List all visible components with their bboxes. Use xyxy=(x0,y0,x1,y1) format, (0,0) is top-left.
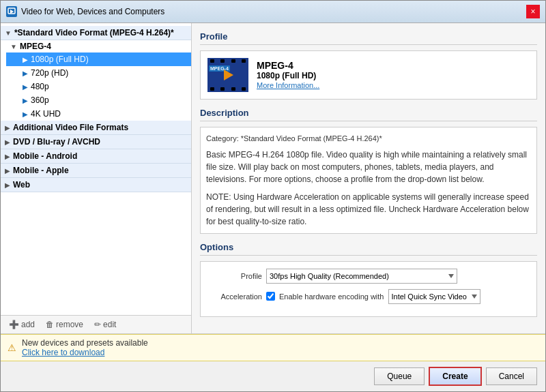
close-button[interactable]: × xyxy=(526,5,540,18)
profile-info: MPEG-4 1080p (Full HD) More Information.… xyxy=(257,60,319,90)
item-4k-label: 4K UHD xyxy=(31,109,61,119)
item-480p[interactable]: ▶ 480p xyxy=(6,80,191,93)
group-dvd-label: DVD / Blu-ray / AVCHD xyxy=(13,137,100,147)
chevron-down-icon: ▼ xyxy=(5,29,12,37)
bottom-bar: ⚠ New devices and presets available Clic… xyxy=(1,333,545,391)
group-additional-label: Additional Video File Formats xyxy=(13,123,128,132)
notification-message: New devices and presets available xyxy=(22,338,148,348)
profile-thumbnail: MPEG-4 xyxy=(207,58,248,92)
film-hole xyxy=(242,59,246,63)
queue-button[interactable]: Queue xyxy=(374,367,425,385)
film-holes-top xyxy=(207,58,248,64)
item-360p[interactable]: ▶ 360p xyxy=(6,93,191,107)
group-standard-label: *Standard Video Format (MPEG-4 H.264)* xyxy=(14,28,174,37)
subgroup-mpeg4-label: MPEG-4 xyxy=(20,42,51,51)
chevron-right-icon: ▶ xyxy=(5,153,10,160)
film-bg: MPEG-4 xyxy=(207,58,248,92)
item-4k[interactable]: ▶ 4K UHD xyxy=(6,107,191,121)
profile-sub: 1080p (Full HD) xyxy=(257,71,319,80)
title-bar: Video for Web, Devices and Computers × xyxy=(1,1,545,23)
group-web-header[interactable]: ▶ Web xyxy=(1,178,191,192)
edit-label: edit xyxy=(103,320,116,329)
film-hole xyxy=(220,87,225,91)
add-icon: ➕ xyxy=(9,320,19,329)
left-toolbar: ➕ add 🗑 remove ✏ edit xyxy=(1,315,191,333)
film-content: MPEG-4 xyxy=(207,64,248,86)
acceleration-checkbox[interactable] xyxy=(266,292,275,301)
profile-section-title: Profile xyxy=(200,31,537,45)
group-android-label: Mobile - Android xyxy=(13,151,77,161)
group-dvd-header[interactable]: ▶ DVD / Blu-ray / AVCHD xyxy=(1,135,191,149)
profile-more-link[interactable]: More Information... xyxy=(257,81,319,89)
group-standard-header[interactable]: ▼ *Standard Video Format (MPEG-4 H.264)* xyxy=(1,26,191,40)
remove-icon: 🗑 xyxy=(46,320,54,329)
create-button[interactable]: Create xyxy=(429,367,481,386)
app-icon xyxy=(6,6,17,17)
acceleration-text: Enable hardware encoding with xyxy=(279,292,384,301)
item-720p[interactable]: ▶ 720p (HD) xyxy=(6,66,191,80)
video-icon: ▶ xyxy=(23,56,28,63)
acceleration-option-label: Acceleration xyxy=(207,292,262,301)
group-web: ▶ Web xyxy=(1,178,191,192)
options-section-title: Options xyxy=(200,242,537,256)
chevron-right-icon: ▶ xyxy=(5,167,10,175)
notification-text: New devices and presets available Click … xyxy=(22,338,148,357)
description-body2: NOTE: Using Hardware Acceleration on app… xyxy=(206,191,531,228)
description-box: Category: *Standard Video Format (MPEG-4… xyxy=(200,127,537,234)
svg-marker-1 xyxy=(10,10,14,14)
acceleration-select[interactable]: Intel Quick Sync Video NVIDIA NVENC AMD … xyxy=(388,289,480,304)
group-additional-header[interactable]: ▶ Additional Video File Formats xyxy=(1,121,191,135)
notification-bar: ⚠ New devices and presets available Clic… xyxy=(1,334,545,361)
profile-option-row: Profile 30fps High Quality (Recommended)… xyxy=(207,269,530,284)
action-bar: Queue Create Cancel xyxy=(1,361,545,391)
edit-button[interactable]: ✏ edit xyxy=(90,318,120,331)
left-panel: ▼ *Standard Video Format (MPEG-4 H.264)*… xyxy=(1,23,192,333)
video-icon: ▶ xyxy=(23,110,28,118)
group-android: ▶ Mobile - Android xyxy=(1,149,191,164)
group-standard: ▼ *Standard Video Format (MPEG-4 H.264)*… xyxy=(1,26,191,121)
film-hole xyxy=(220,59,225,63)
profile-select[interactable]: 30fps High Quality (Recommended) 30fps S… xyxy=(266,269,457,284)
chevron-right-icon: ▶ xyxy=(5,181,10,189)
remove-button[interactable]: 🗑 remove xyxy=(42,318,87,331)
item-720p-label: 720p (HD) xyxy=(31,68,68,78)
profile-option-label: Profile xyxy=(207,272,262,280)
mpeg-badge: MPEG-4 xyxy=(209,65,230,72)
group-apple-header[interactable]: ▶ Mobile - Apple xyxy=(1,164,191,178)
options-grid: Profile 30fps High Quality (Recommended)… xyxy=(200,261,537,317)
film-hole xyxy=(210,59,214,63)
description-body1: Basic MPEG-4 H.264 1080p file. Video qua… xyxy=(206,149,531,185)
options-section: Options Profile 30fps High Quality (Reco… xyxy=(200,242,537,317)
profile-box: MPEG-4 MPEG-4 1080p (Full HD) xyxy=(200,50,537,100)
chevron-down-icon: ▼ xyxy=(10,43,17,50)
item-480p-label: 480p xyxy=(31,82,49,91)
subgroup-mpeg4: ▼ MPEG-4 ▶ 1080p (Full HD) ▶ 720p (HD) xyxy=(1,40,191,121)
cancel-button[interactable]: Cancel xyxy=(486,367,537,385)
right-panel: Profile MPEG-4 xyxy=(192,23,545,333)
group-apple-label: Mobile - Apple xyxy=(13,166,69,175)
edit-icon: ✏ xyxy=(94,320,101,329)
notification-link[interactable]: Click here to download xyxy=(22,348,104,357)
description-section: Description Category: *Standard Video Fo… xyxy=(200,108,537,234)
group-apple: ▶ Mobile - Apple xyxy=(1,164,191,178)
subgroup-mpeg4-header[interactable]: ▼ MPEG-4 xyxy=(6,40,191,52)
film-hole xyxy=(210,87,214,91)
acceleration-option-row: Acceleration Enable hardware encoding wi… xyxy=(207,289,530,304)
film-holes-bottom xyxy=(207,86,248,92)
description-section-title: Description xyxy=(200,108,537,121)
video-icon: ▶ xyxy=(23,97,28,104)
title-bar-left: Video for Web, Devices and Computers xyxy=(6,6,164,17)
tree-container: ▼ *Standard Video Format (MPEG-4 H.264)*… xyxy=(1,23,191,315)
film-hole xyxy=(231,87,235,91)
profile-name: MPEG-4 xyxy=(257,60,319,71)
video-icon: ▶ xyxy=(23,83,28,91)
chevron-right-icon: ▶ xyxy=(5,124,10,132)
group-android-header[interactable]: ▶ Mobile - Android xyxy=(1,149,191,164)
item-1080p[interactable]: ▶ 1080p (Full HD) xyxy=(6,52,191,66)
chevron-right-icon: ▶ xyxy=(5,138,10,146)
add-label: add xyxy=(21,320,35,329)
remove-label: remove xyxy=(56,320,83,329)
add-button[interactable]: ➕ add xyxy=(5,318,39,331)
item-360p-label: 360p xyxy=(31,95,49,105)
main-window: Video for Web, Devices and Computers × ▼… xyxy=(0,0,546,392)
